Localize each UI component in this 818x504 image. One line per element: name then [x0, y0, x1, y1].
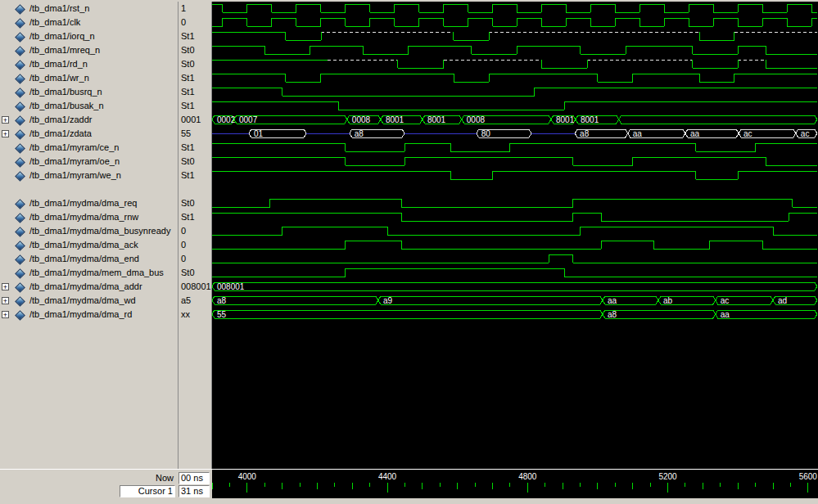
timeline-label: 5200 [658, 472, 677, 481]
signal-row[interactable]: /tb_dma1/mreq_n [0, 43, 178, 57]
waveform-lane[interactable]: 008001 [212, 282, 817, 291]
cursor-name-box[interactable]: Cursor 1 [120, 485, 175, 497]
signal-row[interactable]: /tb_dma1/mydma/dma_rnw [0, 210, 178, 224]
signal-icon [15, 46, 25, 56]
signal-row[interactable]: +/tb_dma1/mydma/dma_addr [0, 280, 178, 294]
waveform-lane[interactable] [212, 268, 817, 277]
svg-text:80: 80 [481, 129, 491, 138]
signal-value: 0 [181, 252, 186, 266]
waveform-lane[interactable] [212, 32, 817, 40]
signal-row[interactable]: +/tb_dma1/zdata [0, 127, 178, 141]
waveform-lane[interactable] [212, 143, 817, 151]
timeline-label: 4800 [518, 472, 537, 481]
svg-text:ac: ac [801, 129, 810, 138]
signal-row[interactable]: /tb_dma1/myram/ce_n [0, 141, 178, 155]
now-label: Now [0, 472, 174, 484]
expand-toggle[interactable]: + [2, 283, 9, 290]
signal-row[interactable]: /tb_dma1/mydma/mem_dma_bus [0, 266, 178, 280]
waveform-lane[interactable] [212, 157, 817, 165]
signal-row[interactable]: +/tb_dma1/mydma/dma_rd [0, 308, 178, 322]
signal-icon [15, 88, 25, 98]
signal-value: St1 [181, 99, 195, 113]
signal-icon [15, 74, 25, 84]
signal-icon [15, 241, 25, 251]
waveform-lane[interactable]: 00020007000880018001000880018001 [212, 115, 817, 124]
waveform-lane[interactable] [212, 4, 817, 12]
signal-row[interactable]: /tb_dma1/mydma/dma_busynready [0, 224, 178, 238]
signal-icon [15, 282, 25, 293]
waveform-lane[interactable] [212, 199, 817, 207]
svg-text:55: 55 [217, 310, 227, 319]
signal-name: /tb_dma1/zaddr [29, 113, 92, 127]
signal-icon [15, 268, 25, 279]
waveform-lane[interactable] [212, 171, 817, 179]
signal-icon [15, 199, 25, 209]
cursor-value-box[interactable]: 31 ns [179, 485, 210, 497]
signal-name: /tb_dma1/clk [29, 16, 80, 29]
svg-text:ad: ad [778, 296, 787, 305]
signal-name: /tb_dma1/busak_n [29, 99, 104, 113]
signal-value: 0 [181, 238, 186, 252]
svg-text:8001: 8001 [386, 115, 404, 124]
signal-row[interactable]: +/tb_dma1/mydma/dma_wd [0, 294, 178, 308]
timeline-label: 5600 [799, 472, 818, 481]
signal-name: /tb_dma1/zdata [29, 127, 92, 141]
signal-row[interactable]: /tb_dma1/busak_n [0, 99, 178, 113]
svg-text:ac: ac [721, 296, 730, 305]
waveform-canvas[interactable]: 0002000700088001800100088001800101a880a8… [212, 2, 818, 469]
waveform-lane[interactable] [212, 227, 817, 235]
waveform-lane[interactable]: 01a880a8aaaaacac [212, 129, 817, 138]
waveform-lane[interactable] [212, 46, 817, 54]
signal-name: /tb_dma1/myram/ce_n [29, 141, 119, 155]
signal-row[interactable]: /tb_dma1/wr_n [0, 71, 178, 85]
svg-text:8001: 8001 [556, 115, 575, 124]
signal-row[interactable]: /tb_dma1/mydma/dma_end [0, 252, 178, 266]
signal-row[interactable]: /tb_dma1/mydma/dma_req [0, 196, 178, 210]
signal-value: St0 [181, 266, 195, 280]
signal-names-panel[interactable]: /tb_dma1/rst_n/tb_dma1/clk/tb_dma1/iorq_… [0, 2, 179, 469]
signal-row[interactable]: /tb_dma1/myram/oe_n [0, 155, 178, 169]
waveform-lane[interactable]: a8a9aaabacad [212, 296, 817, 305]
timeline-canvas[interactable]: 40004400480052005600 [212, 470, 818, 498]
timeline-ruler[interactable]: 40004400480052005600 [212, 470, 818, 498]
waveform-lane[interactable] [212, 241, 817, 249]
waveform-lane[interactable] [212, 254, 817, 263]
svg-text:a8: a8 [217, 296, 227, 305]
signal-name: /tb_dma1/busrq_n [29, 85, 102, 99]
signal-values-panel[interactable]: 10St1St0St0St1St1St1000155St1St0St1St0St… [179, 2, 212, 469]
signal-name: /tb_dma1/rd_n [29, 57, 88, 71]
waveform-area[interactable]: 0002000700088001800100088001800101a880a8… [212, 2, 818, 469]
signal-row[interactable]: /tb_dma1/busrq_n [0, 85, 178, 99]
svg-text:aa: aa [633, 129, 643, 138]
svg-text:ab: ab [663, 296, 673, 305]
signal-row[interactable]: /tb_dma1/mydma/dma_ack [0, 238, 178, 252]
signal-icon [15, 18, 25, 29]
waveform-lane[interactable] [212, 74, 817, 82]
expand-toggle[interactable]: + [2, 311, 9, 318]
signal-name: /tb_dma1/mydma/dma_req [29, 196, 137, 210]
signal-name: /tb_dma1/mydma/dma_wd [29, 294, 136, 308]
signal-row[interactable]: +/tb_dma1/zaddr [0, 113, 178, 127]
waveform-lane[interactable] [212, 213, 817, 221]
signal-row[interactable]: /tb_dma1/rd_n [0, 57, 178, 71]
waveform-lane[interactable] [212, 88, 817, 96]
waveform-lane[interactable]: 55a8aa [212, 310, 817, 319]
signal-row[interactable]: /tb_dma1/iorq_n [0, 29, 178, 43]
expand-toggle[interactable]: + [2, 297, 9, 304]
waveform-lane[interactable] [212, 60, 817, 68]
expand-toggle[interactable]: + [2, 130, 9, 137]
signal-row[interactable]: /tb_dma1/clk [0, 16, 178, 29]
signal-name: /tb_dma1/rst_n [29, 2, 89, 16]
signal-icon [15, 157, 25, 168]
svg-text:a8: a8 [580, 129, 590, 138]
waveform-lane[interactable] [212, 101, 817, 110]
waveform-lane[interactable] [212, 18, 817, 26]
expand-toggle[interactable]: + [2, 116, 9, 124]
signal-name: /tb_dma1/mydma/dma_addr [29, 280, 142, 294]
signal-row[interactable]: /tb_dma1/myram/we_n [0, 169, 178, 182]
signal-row[interactable]: /tb_dma1/rst_n [0, 2, 178, 16]
signal-value: St1 [181, 210, 195, 224]
timeline-label: 4400 [378, 472, 397, 481]
signal-value: 0 [181, 16, 186, 29]
signal-value: St1 [181, 29, 195, 43]
